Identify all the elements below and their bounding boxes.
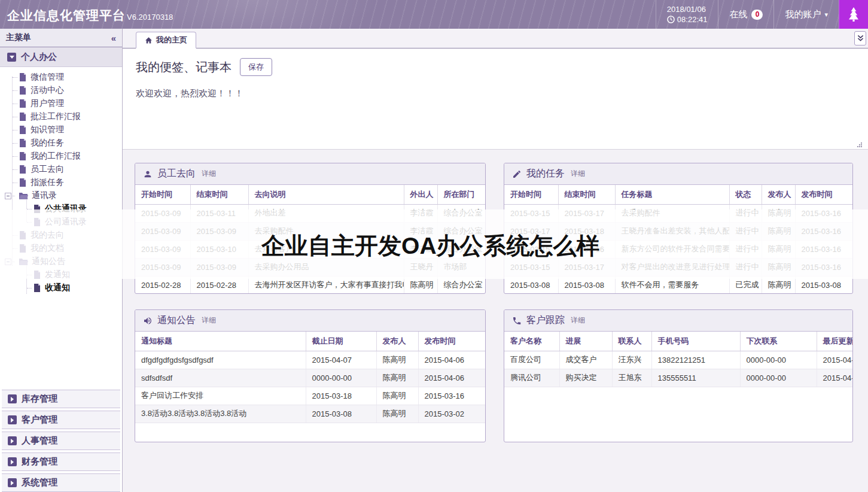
- table-cell: 135555511: [651, 369, 740, 387]
- datetime-display: 2018/01/06 08:22:41: [656, 0, 718, 29]
- table-row: 2015-03-092015-03-11外地出差李洁霞综合办公室: [135, 204, 485, 222]
- table-cell: 综合办公室: [437, 240, 485, 258]
- resize-grip[interactable]: [857, 142, 862, 147]
- sidebar-item-label: 批注工作汇报: [31, 111, 81, 122]
- sidebar-item-company-contacts[interactable]: 公司通讯录: [0, 215, 122, 229]
- theme-tree-button[interactable]: [839, 0, 868, 29]
- sidebar-item-my-tasks[interactable]: 我的任务: [0, 136, 122, 150]
- sidebar-item-activity[interactable]: 活动中心: [0, 84, 122, 97]
- sidebar-item-label: 我的任务: [31, 138, 64, 148]
- online-users-button[interactable]: 在线 0: [718, 0, 773, 29]
- table-cell: 2015-03-15: [504, 204, 558, 222]
- table-cell: 2015-03-09: [135, 258, 190, 276]
- table-cell: 2015-04-07: [306, 351, 376, 369]
- table-cell: 2015-03-08: [795, 276, 852, 294]
- table-cell: 0000-00-00: [740, 351, 817, 369]
- column-header: 联系人: [612, 332, 651, 351]
- section-label: 库存管理: [22, 393, 57, 405]
- sidebar-item-label: 收通知: [45, 283, 70, 293]
- table-cell: 13822121251: [651, 351, 740, 369]
- collapse-minus-icon[interactable]: [5, 259, 11, 265]
- sidebar-item-wechat[interactable]: 微信管理: [0, 71, 122, 84]
- detail-link[interactable]: 详细: [202, 315, 216, 326]
- table-cell: 陈高明: [762, 222, 795, 240]
- account-menu-button[interactable]: 我的账户 ▾: [773, 0, 839, 29]
- table-cell: 新东方公司的软件开发合同需要签约: [615, 240, 729, 258]
- sidebar-item-send-notice[interactable]: 发通知: [0, 268, 122, 281]
- home-icon: [145, 37, 153, 44]
- sidebar-item-my-reports[interactable]: 我的工作汇报: [0, 150, 122, 163]
- sidebar-section-customers[interactable]: 客户管理: [2, 411, 120, 429]
- speaker-icon: [143, 316, 153, 326]
- table-cell: 2015-03-15: [504, 240, 558, 258]
- table-cell: 2015-03-08: [306, 405, 376, 423]
- sidebar-item-label: 公司通讯录: [45, 217, 87, 227]
- table-cell: 2015-03-18: [306, 387, 376, 405]
- document-icon: [19, 113, 26, 121]
- section-collapsed-icon: [8, 394, 17, 403]
- folder-open-icon: [19, 258, 28, 266]
- sidebar-collapse-icon[interactable]: «: [111, 33, 116, 43]
- table-cell: 2015-03-17: [558, 258, 615, 276]
- sidebar-item-label: 我的文档: [31, 243, 64, 254]
- sidebar-item-public-contacts[interactable]: 公共通讯录: [0, 202, 122, 215]
- notes-textarea[interactable]: 欢迎欢迎，热烈欢迎！！！: [136, 88, 855, 136]
- table-row: 2015-03-152015-03-16新东方公司的软件开发合同需要签约进行中陈…: [504, 240, 852, 258]
- detail-link[interactable]: 详细: [202, 169, 216, 179]
- sidebar-item-assign-tasks[interactable]: 指派任务: [0, 176, 122, 189]
- sidebar-item-my-documents[interactable]: 我的文档: [0, 242, 122, 255]
- table-cell: 2015-03-09: [135, 204, 190, 222]
- sidebar-item-label: 我的去向: [31, 230, 64, 241]
- sidebar-section-hr[interactable]: 人事管理: [2, 432, 120, 450]
- detail-link[interactable]: 详细: [571, 315, 585, 326]
- column-header: 开始时间: [135, 185, 190, 204]
- tab-my-homepage[interactable]: 我的主页: [136, 32, 196, 48]
- table-cell: dfgdfgdfgdsfgsdfgsdf: [135, 351, 306, 369]
- table-row: 客户回访工作安排2015-03-18陈高明2015-03-16: [135, 387, 485, 405]
- table-row: 2015-03-152015-03-17去采购配件进行中陈高明2015-03-1…: [504, 204, 852, 222]
- sidebar-folder-notices[interactable]: 通知公告: [0, 255, 122, 268]
- table-cell: 陈高明: [376, 387, 418, 405]
- collapse-minus-icon[interactable]: [5, 193, 11, 199]
- table-cell: 2015-03-09: [135, 240, 190, 258]
- table-cell: 李洁霞: [404, 240, 437, 258]
- sidebar-section-system[interactable]: 系统管理: [2, 473, 120, 492]
- sidebar-item-my-whereabouts[interactable]: 我的去向: [0, 229, 122, 242]
- table-cell: 2015-03-11: [190, 204, 248, 222]
- table-cell: 陈高明: [376, 351, 418, 369]
- table-cell: 综合办公室: [437, 222, 485, 240]
- column-header: 任务标题: [615, 185, 729, 204]
- save-button[interactable]: 保存: [240, 58, 272, 76]
- sidebar-section-personal-office[interactable]: 个人办公: [0, 47, 122, 67]
- table-cell: 已完成: [729, 276, 762, 294]
- table-cell: 李洁霞: [404, 204, 437, 222]
- dashboard: 员工去向 详细 开始时间结束时间去向说明外出人所在部门2015-03-09201…: [123, 150, 868, 492]
- table-cell: 2015-03-02: [418, 405, 485, 423]
- time-text: 08:22:41: [677, 14, 708, 25]
- table-cell: 外地出差: [248, 204, 404, 222]
- sidebar-section-inventory[interactable]: 库存管理: [2, 390, 120, 408]
- table-cell: 陈高明: [762, 276, 795, 294]
- sidebar-item-label: 发通知: [45, 269, 70, 280]
- notes-title: 我的便签、记事本: [136, 59, 232, 75]
- column-header: 去向说明: [248, 185, 404, 204]
- sidebar-item-knowledge[interactable]: 知识管理: [0, 123, 122, 136]
- table-cell: 去海州开发区拜访客户，大家有事直接打我电: [248, 276, 404, 294]
- column-header: 发布时间: [418, 332, 485, 351]
- table-cell: 进行中: [729, 240, 762, 258]
- table-cell: 陈高明: [762, 204, 795, 222]
- column-header: 开始时间: [504, 185, 558, 204]
- account-label: 我的账户: [785, 9, 821, 20]
- tab-options-button[interactable]: [854, 31, 866, 45]
- table-cell: 软件不会用，需要服务: [615, 276, 729, 294]
- sidebar-item-users[interactable]: 用户管理: [0, 97, 122, 110]
- sidebar-item-review-reports[interactable]: 批注工作汇报: [0, 110, 122, 123]
- column-header: 通知标题: [135, 332, 306, 351]
- table-cell: 2015-03-16: [795, 204, 852, 222]
- sidebar-item-label: 知识管理: [31, 124, 64, 135]
- sidebar-folder-contacts[interactable]: 通讯录: [0, 189, 122, 202]
- sidebar-section-finance[interactable]: 财务管理: [2, 452, 120, 471]
- sidebar-item-whereabouts[interactable]: 员工去向: [0, 163, 122, 176]
- detail-link[interactable]: 详细: [571, 169, 585, 179]
- sidebar-item-receive-notice[interactable]: 收通知: [0, 281, 122, 294]
